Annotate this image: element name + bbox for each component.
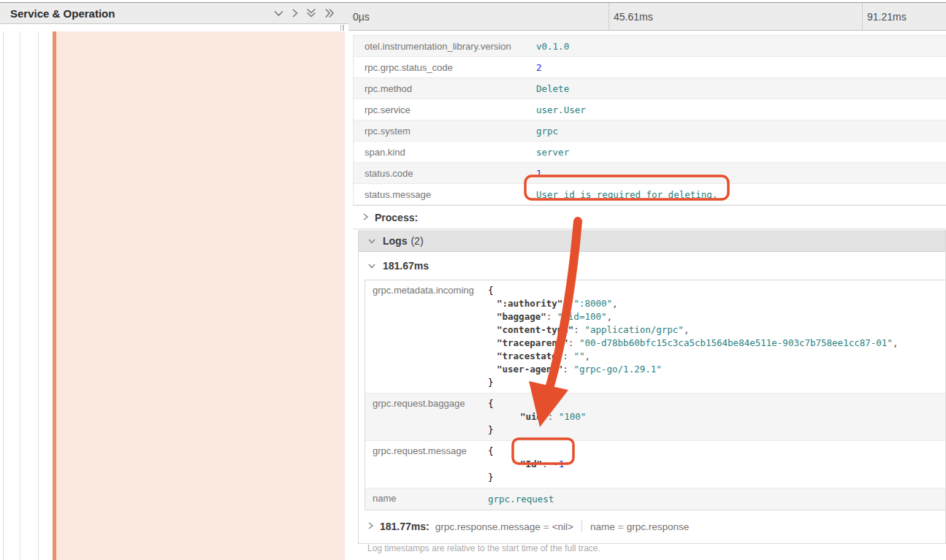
tag-row: rpc.grpc.status_code2 [354, 57, 946, 78]
collapse-one-icon[interactable] [273, 8, 284, 18]
json-comma: , [612, 298, 618, 309]
json-colon: : [542, 459, 553, 469]
log-fields-table: grpc.metadata.incoming{":authority": ":8… [365, 280, 945, 510]
chevron-down-icon [367, 259, 376, 272]
json-colon: : [568, 337, 579, 348]
chevron-down-icon [367, 234, 376, 248]
tag-key: otel.instrumentation_library.version [354, 41, 536, 52]
chevron-right-icon [367, 520, 374, 533]
json-value: "00-d78bb60bfc15c3ca5cb1564be84e511e-903… [579, 337, 893, 348]
log-entry-toggle[interactable]: 181.67ms [359, 252, 945, 280]
json-value: "application/grpc" [584, 324, 683, 335]
tags-table: otel.instrumentation_library.versionv0.1… [353, 35, 946, 205]
json-colon: : [562, 298, 573, 309]
logs-count: (2) [411, 235, 423, 247]
collapse-all-icon[interactable] [305, 7, 317, 19]
json-value: "100" [559, 411, 587, 422]
process-section-toggle[interactable]: Process: [353, 205, 946, 229]
tag-value: grpc [536, 126, 558, 137]
logs-label: Logs [383, 235, 407, 247]
summary-value: <nil> [552, 521, 573, 532]
json-comma: , [584, 350, 590, 361]
tag-value: 2 [536, 62, 542, 73]
log-field-row: grpc.metadata.incoming{":authority": ":8… [365, 280, 945, 394]
service-operation-title: Service & Operation [0, 7, 273, 20]
tag-key: rpc.grpc.status_code [354, 62, 536, 73]
tag-key: rpc.service [354, 104, 536, 115]
expand-one-icon[interactable] [291, 8, 299, 18]
logs-section-toggle[interactable]: Logs (2) [359, 230, 945, 252]
json-colon: : [546, 311, 557, 322]
log-timestamp: 181.77ms: [380, 521, 430, 532]
timeline-header-left: Service & Operation [0, 3, 348, 24]
span-collapse-controls [273, 7, 348, 19]
json-value: "grpc-go/1.29.1" [573, 364, 661, 375]
json-entry: "tracestate": "", [488, 350, 939, 363]
tick-label-0: 0µs [353, 3, 370, 30]
log-field-row: grpc.request.baggage{"uid": "100"} [365, 394, 945, 441]
process-label: Process: [375, 212, 418, 223]
json-colon: : [548, 411, 559, 422]
log-field-value: {"Id": -1} [488, 441, 945, 488]
log-field-row: namegrpc.request [365, 488, 945, 510]
log-field-value: {"uid": "100"} [488, 394, 945, 440]
json-key: "traceparent" [497, 337, 568, 348]
summary-key: grpc.response.message [435, 521, 541, 532]
summary-equals: = [615, 521, 627, 532]
log-entry-collapsed-toggle[interactable]: 181.77ms: grpc.response.message=<nil>nam… [359, 515, 945, 537]
log-footnote: Log timestamps are relative to the start… [359, 537, 945, 553]
json-colon: : [562, 364, 573, 375]
summary-key: name [590, 521, 615, 532]
tag-value: server [536, 147, 569, 158]
json-key: "content-type" [497, 324, 573, 335]
tag-row: rpc.serviceuser.User [354, 99, 946, 120]
json-key: "tracestate" [497, 350, 562, 361]
json-entry: "content-type": "application/grpc", [488, 323, 939, 337]
tick-label-2: 91.21ms [867, 3, 907, 30]
log-summary: grpc.response.message=<nil>name=grpc.res… [435, 521, 689, 532]
json-open-brace: { [488, 284, 939, 297]
span-tree-panel [0, 31, 348, 560]
summary-value: grpc.response [627, 521, 690, 532]
json-open-brace: { [488, 445, 939, 458]
tag-row: span.kindserver [354, 142, 946, 163]
timeline-ruler[interactable]: 0µs 45.61ms 91.21ms [348, 3, 946, 31]
json-entry: "Id": -1 [488, 458, 939, 471]
tag-row: status.code1 [354, 163, 946, 184]
tree-guide-line [3, 31, 4, 560]
log-field-key: name [365, 488, 488, 510]
expand-all-icon[interactable] [324, 7, 335, 19]
json-open-brace: { [488, 397, 939, 410]
json-entry: ":authority": ":8000", [488, 297, 939, 310]
tag-row: rpc.methodDelete [354, 78, 946, 99]
json-entry: "uid": "100" [488, 410, 939, 423]
json-key: "uid" [520, 411, 548, 422]
tag-row: rpc.systemgrpc [354, 120, 946, 142]
json-value: "" [573, 350, 584, 361]
log-field-text-value: grpc.request [488, 494, 554, 505]
trace-detail-screen: Service & Operation 0µs 45.61ms 91.21ms [0, 0, 946, 560]
span-detail-panel: otel.instrumentation_library.versionv0.1… [353, 31, 946, 560]
chevron-right-icon [362, 211, 369, 224]
logs-section: Logs (2) 181.67ms grpc.metadata.incoming… [358, 230, 946, 544]
tag-key: rpc.method [354, 83, 536, 94]
json-key: "Id" [520, 459, 542, 469]
json-key: "baggage" [497, 311, 546, 322]
tag-value: v0.1.0 [536, 41, 569, 52]
log-field-key: grpc.request.message [365, 441, 488, 488]
log-timestamp: 181.67ms [383, 260, 429, 272]
summary-equals: = [541, 521, 552, 532]
tag-value: User id is required for deleting. [536, 189, 717, 200]
json-entry: "baggage": "uid=100", [488, 310, 939, 323]
json-entry: "user-agent": "grpc-go/1.29.1" [488, 363, 939, 376]
json-key: "user-agent" [497, 364, 562, 375]
json-colon: : [562, 350, 573, 361]
tag-value: 1 [536, 168, 542, 179]
tag-key: span.kind [354, 147, 536, 158]
column-resizer-handle[interactable] [338, 24, 346, 31]
json-value: -1 [553, 459, 564, 469]
tag-key: status.code [354, 168, 536, 179]
summary-divider [581, 521, 582, 532]
tree-guide-line [38, 31, 39, 560]
tick-divider [609, 3, 609, 30]
